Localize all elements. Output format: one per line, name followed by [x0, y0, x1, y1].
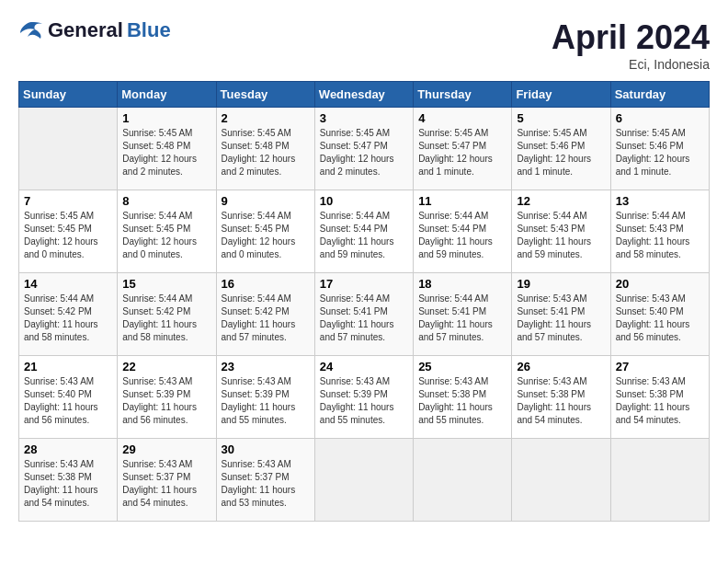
day-number: 12 [517, 194, 605, 208]
day-info: Sunrise: 5:44 AM Sunset: 5:41 PM Dayligh… [320, 293, 408, 344]
calendar-cell: 4Sunrise: 5:45 AM Sunset: 5:47 PM Daylig… [414, 108, 512, 190]
day-info: Sunrise: 5:43 AM Sunset: 5:37 PM Dayligh… [122, 458, 210, 510]
day-of-week-header: Saturday [610, 82, 709, 108]
calendar-week: 28Sunrise: 5:43 AM Sunset: 5:38 PM Dayli… [19, 439, 710, 522]
calendar-cell: 15Sunrise: 5:44 AM Sunset: 5:42 PM Dayli… [118, 273, 216, 356]
calendar-cell: 7Sunrise: 5:45 AM Sunset: 5:45 PM Daylig… [19, 190, 118, 273]
day-number: 1 [122, 111, 210, 125]
calendar-week: 7Sunrise: 5:45 AM Sunset: 5:45 PM Daylig… [19, 190, 710, 273]
calendar-cell [314, 439, 413, 522]
calendar-body: 1Sunrise: 5:45 AM Sunset: 5:48 PM Daylig… [19, 108, 710, 522]
day-info: Sunrise: 5:43 AM Sunset: 5:39 PM Dayligh… [122, 375, 210, 427]
day-info: Sunrise: 5:43 AM Sunset: 5:38 PM Dayligh… [517, 375, 605, 427]
day-info: Sunrise: 5:44 AM Sunset: 5:43 PM Dayligh… [517, 210, 605, 261]
day-number: 20 [616, 277, 704, 291]
day-info: Sunrise: 5:44 AM Sunset: 5:43 PM Dayligh… [616, 210, 704, 261]
calendar-cell: 14Sunrise: 5:44 AM Sunset: 5:42 PM Dayli… [19, 273, 118, 356]
calendar-cell: 10Sunrise: 5:44 AM Sunset: 5:44 PM Dayli… [314, 190, 413, 273]
calendar-cell: 23Sunrise: 5:43 AM Sunset: 5:39 PM Dayli… [216, 356, 314, 439]
calendar-week: 21Sunrise: 5:43 AM Sunset: 5:40 PM Dayli… [19, 356, 710, 439]
calendar-cell: 17Sunrise: 5:44 AM Sunset: 5:41 PM Dayli… [314, 273, 413, 356]
logo: GeneralBlue [18, 18, 171, 42]
day-number: 28 [24, 442, 112, 456]
calendar-cell: 22Sunrise: 5:43 AM Sunset: 5:39 PM Dayli… [118, 356, 216, 439]
day-number: 16 [222, 277, 310, 291]
calendar-week: 1Sunrise: 5:45 AM Sunset: 5:48 PM Daylig… [19, 108, 710, 190]
day-info: Sunrise: 5:44 AM Sunset: 5:45 PM Dayligh… [122, 210, 210, 261]
calendar-cell: 13Sunrise: 5:44 AM Sunset: 5:43 PM Dayli… [610, 190, 709, 273]
calendar-cell: 1Sunrise: 5:45 AM Sunset: 5:48 PM Daylig… [118, 108, 216, 190]
day-of-week-header: Wednesday [314, 82, 413, 108]
calendar-cell [19, 108, 118, 190]
calendar-cell: 20Sunrise: 5:43 AM Sunset: 5:40 PM Dayli… [610, 273, 709, 356]
day-number: 19 [517, 277, 605, 291]
day-info: Sunrise: 5:43 AM Sunset: 5:39 PM Dayligh… [320, 375, 408, 427]
day-number: 17 [320, 277, 408, 291]
day-number: 11 [418, 194, 506, 208]
day-info: Sunrise: 5:44 AM Sunset: 5:44 PM Dayligh… [418, 210, 506, 261]
calendar-header: SundayMondayTuesdayWednesdayThursdayFrid… [19, 82, 710, 108]
calendar-cell: 30Sunrise: 5:43 AM Sunset: 5:37 PM Dayli… [216, 439, 314, 522]
calendar-cell: 5Sunrise: 5:45 AM Sunset: 5:46 PM Daylig… [512, 108, 610, 190]
calendar-cell: 2Sunrise: 5:45 AM Sunset: 5:48 PM Daylig… [216, 108, 314, 190]
calendar-cell: 18Sunrise: 5:44 AM Sunset: 5:41 PM Dayli… [414, 273, 512, 356]
day-info: Sunrise: 5:43 AM Sunset: 5:37 PM Dayligh… [222, 458, 310, 510]
day-info: Sunrise: 5:45 AM Sunset: 5:45 PM Dayligh… [24, 210, 112, 261]
day-number: 30 [222, 442, 310, 456]
day-number: 18 [418, 277, 506, 291]
day-info: Sunrise: 5:45 AM Sunset: 5:46 PM Dayligh… [616, 127, 704, 178]
day-number: 21 [24, 360, 112, 373]
calendar-cell [512, 439, 610, 522]
logo-icon [18, 20, 44, 40]
calendar-cell [414, 439, 512, 522]
calendar-table: SundayMondayTuesdayWednesdayThursdayFrid… [18, 81, 710, 522]
day-number: 26 [517, 360, 605, 373]
day-info: Sunrise: 5:43 AM Sunset: 5:41 PM Dayligh… [517, 293, 605, 344]
calendar-cell: 19Sunrise: 5:43 AM Sunset: 5:41 PM Dayli… [512, 273, 610, 356]
calendar-cell [610, 439, 709, 522]
title-area: April 2024 Eci, Indonesia [552, 18, 710, 72]
day-info: Sunrise: 5:45 AM Sunset: 5:48 PM Dayligh… [122, 127, 210, 178]
day-number: 14 [24, 277, 112, 291]
calendar-cell: 26Sunrise: 5:43 AM Sunset: 5:38 PM Dayli… [512, 356, 610, 439]
day-number: 9 [222, 194, 310, 208]
page-header: GeneralBlue April 2024 Eci, Indonesia [18, 18, 710, 72]
calendar-cell: 28Sunrise: 5:43 AM Sunset: 5:38 PM Dayli… [19, 439, 118, 522]
calendar-cell: 29Sunrise: 5:43 AM Sunset: 5:37 PM Dayli… [118, 439, 216, 522]
day-number: 13 [616, 194, 704, 208]
day-of-week-header: Monday [118, 82, 216, 108]
day-number: 15 [122, 277, 210, 291]
day-info: Sunrise: 5:43 AM Sunset: 5:38 PM Dayligh… [24, 458, 112, 510]
day-info: Sunrise: 5:43 AM Sunset: 5:40 PM Dayligh… [24, 375, 112, 427]
calendar-cell: 25Sunrise: 5:43 AM Sunset: 5:38 PM Dayli… [414, 356, 512, 439]
day-info: Sunrise: 5:43 AM Sunset: 5:39 PM Dayligh… [222, 375, 310, 427]
day-number: 4 [418, 111, 506, 125]
day-number: 29 [122, 442, 210, 456]
day-number: 8 [122, 194, 210, 208]
logo-general: General [48, 18, 123, 42]
day-info: Sunrise: 5:44 AM Sunset: 5:45 PM Dayligh… [222, 210, 310, 261]
day-info: Sunrise: 5:44 AM Sunset: 5:41 PM Dayligh… [418, 293, 506, 344]
calendar-cell: 12Sunrise: 5:44 AM Sunset: 5:43 PM Dayli… [512, 190, 610, 273]
calendar-cell: 16Sunrise: 5:44 AM Sunset: 5:42 PM Dayli… [216, 273, 314, 356]
day-info: Sunrise: 5:43 AM Sunset: 5:38 PM Dayligh… [418, 375, 506, 427]
day-number: 22 [122, 360, 210, 373]
day-of-week-header: Friday [512, 82, 610, 108]
day-info: Sunrise: 5:43 AM Sunset: 5:38 PM Dayligh… [616, 375, 704, 427]
day-number: 23 [222, 360, 310, 373]
calendar-cell: 8Sunrise: 5:44 AM Sunset: 5:45 PM Daylig… [118, 190, 216, 273]
day-of-week-header: Sunday [19, 82, 118, 108]
day-number: 25 [418, 360, 506, 373]
day-number: 5 [517, 111, 605, 125]
month-title: April 2024 [552, 18, 710, 57]
day-info: Sunrise: 5:45 AM Sunset: 5:47 PM Dayligh… [320, 127, 408, 178]
calendar-cell: 11Sunrise: 5:44 AM Sunset: 5:44 PM Dayli… [414, 190, 512, 273]
day-info: Sunrise: 5:44 AM Sunset: 5:42 PM Dayligh… [222, 293, 310, 344]
day-info: Sunrise: 5:45 AM Sunset: 5:47 PM Dayligh… [418, 127, 506, 178]
calendar-cell: 24Sunrise: 5:43 AM Sunset: 5:39 PM Dayli… [314, 356, 413, 439]
location: Eci, Indonesia [552, 57, 710, 72]
day-info: Sunrise: 5:43 AM Sunset: 5:40 PM Dayligh… [616, 293, 704, 344]
day-number: 7 [24, 194, 112, 208]
day-number: 24 [320, 360, 408, 373]
day-number: 3 [320, 111, 408, 125]
